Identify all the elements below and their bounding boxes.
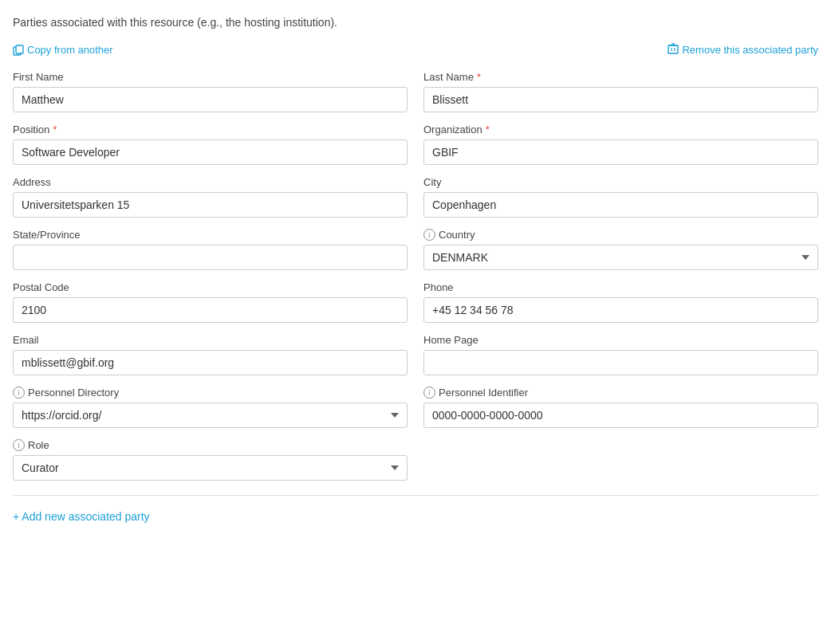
address-label: Address	[13, 176, 408, 188]
country-info-icon[interactable]: i	[423, 229, 435, 241]
personnel-dir-info-icon[interactable]: i	[13, 387, 25, 399]
role-info-icon[interactable]: i	[13, 439, 25, 451]
position-group: Position *	[13, 124, 408, 165]
postal-group: Postal Code	[13, 281, 408, 323]
page-description: Parties associated with this resource (e…	[13, 16, 818, 29]
first-name-label: First Name	[13, 71, 408, 83]
homepage-label: Home Page	[423, 334, 818, 346]
state-label: State/Province	[13, 229, 408, 241]
country-select[interactable]: DENMARK SWEDEN NORWAY FINLAND GERMANY FR…	[423, 245, 818, 270]
phone-label: Phone	[423, 281, 818, 293]
top-actions-bar: Copy from another Remove this associated…	[13, 43, 818, 57]
email-input[interactable]	[13, 350, 408, 375]
svg-rect-2	[668, 45, 678, 53]
address-input[interactable]	[13, 192, 408, 218]
personnel-id-label: i Personnel Identifier	[423, 387, 818, 399]
organization-required: *	[486, 124, 490, 135]
position-label: Position *	[13, 124, 408, 135]
phone-group: Phone	[423, 281, 818, 323]
role-group: i Role Curator Editor Author Metadata Pr…	[13, 439, 408, 481]
phone-input[interactable]	[423, 297, 818, 323]
first-name-input[interactable]	[13, 87, 408, 112]
copy-icon	[13, 45, 24, 56]
first-name-group: First Name	[13, 71, 408, 112]
postal-label: Postal Code	[13, 281, 408, 293]
address-group: Address	[13, 176, 408, 218]
personnel-dir-group: i Personnel Directory https://orcid.org/…	[13, 387, 408, 428]
last-name-group: Last Name *	[423, 71, 818, 112]
organization-label: Organization *	[423, 124, 818, 135]
add-party-label: + Add new associated party	[13, 510, 150, 523]
email-group: Email	[13, 334, 408, 375]
state-input[interactable]	[13, 245, 408, 270]
position-required: *	[53, 124, 57, 135]
country-label: i Country	[423, 229, 818, 241]
organization-group: Organization *	[423, 124, 818, 165]
city-label: City	[423, 176, 818, 188]
role-label: i Role	[13, 439, 408, 451]
position-input[interactable]	[13, 139, 408, 165]
email-label: Email	[13, 334, 408, 346]
city-input[interactable]	[423, 192, 818, 218]
add-party-button[interactable]: + Add new associated party	[13, 510, 150, 523]
svg-rect-1	[16, 45, 23, 53]
postal-input[interactable]	[13, 297, 408, 323]
personnel-dir-label: i Personnel Directory	[13, 387, 408, 399]
last-name-label: Last Name *	[423, 71, 818, 83]
remove-party-button[interactable]: Remove this associated party	[668, 43, 818, 57]
homepage-group: Home Page	[423, 334, 818, 375]
personnel-id-input[interactable]	[423, 402, 818, 428]
section-divider	[13, 495, 818, 496]
city-group: City	[423, 176, 818, 218]
homepage-input[interactable]	[423, 350, 818, 375]
bottom-section: + Add new associated party	[13, 510, 818, 523]
associated-party-form: First Name Last Name * Position * Organi…	[13, 71, 818, 481]
state-group: State/Province	[13, 229, 408, 270]
personnel-id-info-icon[interactable]: i	[423, 387, 435, 399]
last-name-required: *	[477, 71, 481, 83]
last-name-input[interactable]	[423, 87, 818, 112]
copy-from-another-button[interactable]: Copy from another	[13, 44, 113, 56]
remove-icon	[668, 43, 679, 57]
personnel-id-group: i Personnel Identifier	[423, 387, 818, 428]
role-select[interactable]: Curator Editor Author Metadata Provider …	[13, 455, 408, 481]
personnel-dir-select[interactable]: https://orcid.org/ https://www.linkedin.…	[13, 402, 408, 428]
copy-btn-label: Copy from another	[27, 44, 113, 56]
organization-input[interactable]	[423, 139, 818, 165]
remove-btn-label: Remove this associated party	[682, 44, 818, 56]
country-group: i Country DENMARK SWEDEN NORWAY FINLAND …	[423, 229, 818, 270]
